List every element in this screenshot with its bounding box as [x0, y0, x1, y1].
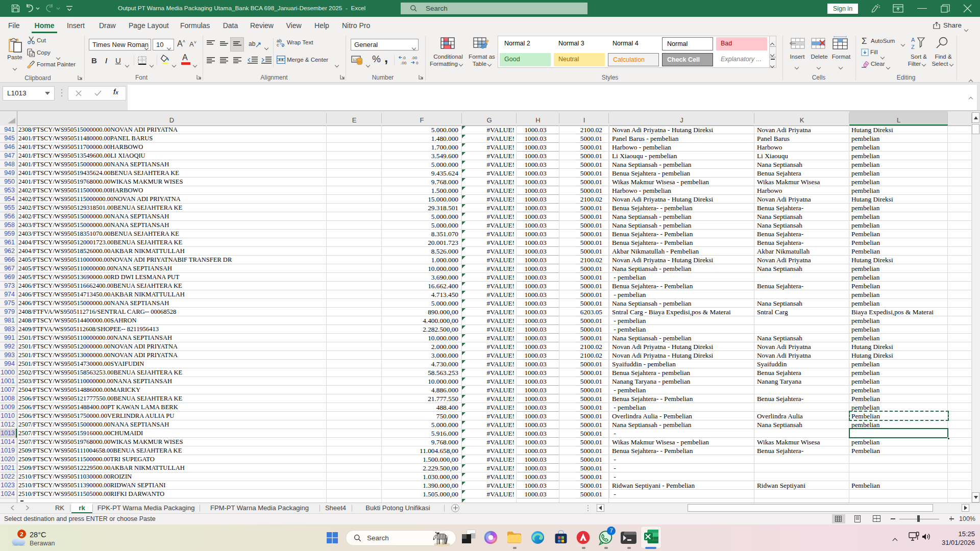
svg-text:.00: .00	[401, 61, 407, 65]
svg-text:0: 0	[416, 61, 419, 65]
svg-text:.0: .0	[402, 56, 406, 60]
svg-text:A: A	[911, 37, 915, 43]
svg-text:ab: ab	[249, 40, 256, 47]
svg-text:Z: Z	[911, 44, 915, 50]
svg-text:.00: .00	[411, 56, 418, 60]
svg-text:c: c	[277, 42, 279, 47]
